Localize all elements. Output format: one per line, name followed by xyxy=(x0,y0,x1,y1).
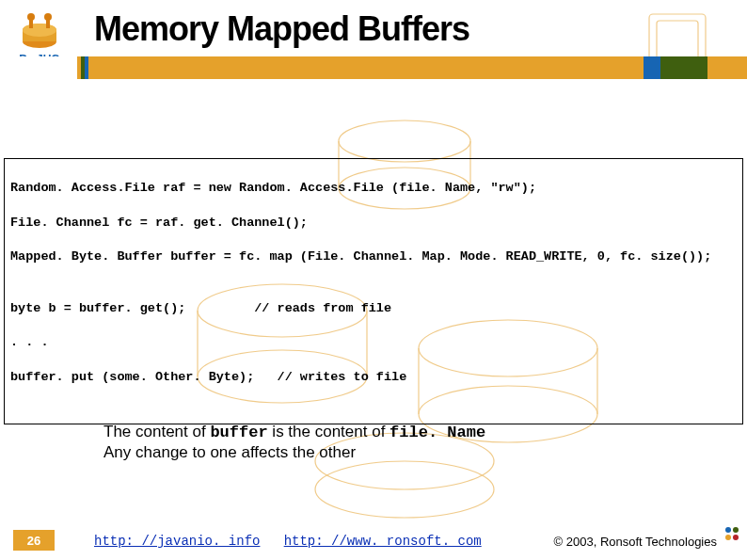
summary-note: The content of buffer is the content of … xyxy=(103,422,485,463)
note-line-2: Any change to one affects the other xyxy=(103,442,485,462)
page-title: Memory Mapped Buffers xyxy=(94,9,469,49)
slide: Be.JUG Memory Mapped Buffers Random. Acc… xyxy=(0,0,747,560)
svg-rect-23 xyxy=(46,17,50,28)
logo-graphic xyxy=(14,4,65,51)
band-seg xyxy=(644,56,660,79)
header-color-band xyxy=(0,56,747,79)
svg-point-26 xyxy=(725,535,731,540)
svg-point-27 xyxy=(733,535,739,540)
code-block: Random. Access.File raf = new Random. Ac… xyxy=(4,158,743,424)
band-seg xyxy=(0,56,77,79)
code-line: . . . xyxy=(10,334,737,351)
code-line: Mapped. Byte. Buffer buffer = fc. map (F… xyxy=(10,248,737,265)
code-line: Random. Access.File raf = new Random. Ac… xyxy=(10,180,737,197)
band-seg xyxy=(88,56,644,79)
link-ronsoft[interactable]: http: //www. ronsoft. com xyxy=(284,534,482,549)
code-line: File. Channel fc = raf. get. Channel(); xyxy=(10,215,737,232)
svg-point-19 xyxy=(23,24,56,37)
page-number: 26 xyxy=(13,530,55,551)
svg-rect-22 xyxy=(29,17,33,28)
code-line: buffer. put (some. Other. Byte); // writ… xyxy=(10,369,737,386)
svg-point-24 xyxy=(725,527,731,533)
footer: 26 http: //javanio. info http: //www. ro… xyxy=(0,524,747,551)
link-javanio[interactable]: http: //javanio. info xyxy=(94,534,260,549)
footer-links: http: //javanio. info http: //www. ronso… xyxy=(94,534,482,549)
band-seg xyxy=(707,56,747,79)
note-line-1: The content of buffer is the content of … xyxy=(103,422,485,442)
band-seg xyxy=(660,56,707,79)
copyright: © 2003, Ronsoft Technologies xyxy=(554,535,717,549)
svg-point-25 xyxy=(733,527,739,533)
code-line: byte b = buffer. get(); // reads from fi… xyxy=(10,300,737,317)
corner-decor-icon xyxy=(723,524,741,547)
